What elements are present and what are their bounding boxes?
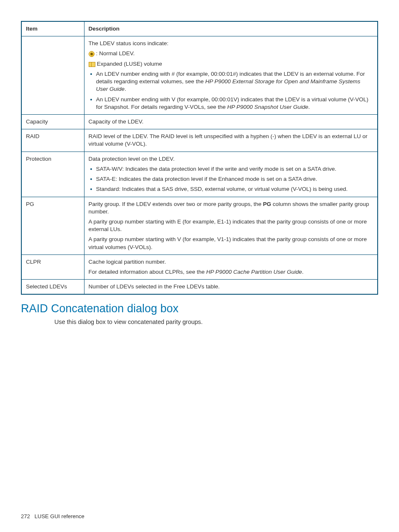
cell-desc-selected: Number of LDEVs selected in the Free LDE…	[84, 280, 378, 295]
list-item: Standard: Indicates that a SAS drive, SS…	[89, 185, 373, 193]
list-item: An LDEV number ending with # (for exampl…	[89, 70, 373, 93]
header-item: Item	[21, 21, 84, 36]
clpr-p1: Cache logical partition number.	[89, 258, 373, 266]
header-description: Description	[84, 21, 378, 36]
section-heading: RAID Concatenation dialog box	[21, 302, 378, 315]
table-row: Protection Data protection level on the …	[21, 152, 378, 197]
ldev-bullets: An LDEV number ending with # (for exampl…	[89, 70, 373, 111]
page-footer: 272 LUSE GUI reference	[21, 513, 84, 519]
cell-desc-pg: Parity group. If the LDEV extends over t…	[84, 197, 378, 254]
expanded-luse-icon	[89, 61, 95, 67]
table-row: The LDEV status icons indicate: : Normal…	[21, 36, 378, 115]
ldev-intro: The LDEV status icons indicate:	[89, 40, 373, 47]
table-row: CLPR Cache logical partition number. For…	[21, 254, 378, 279]
cell-item-protection: Protection	[21, 152, 84, 197]
pg-p3: A parity group number starting with V (f…	[89, 236, 373, 251]
cell-item-capacity: Capacity	[21, 114, 84, 129]
cell-item-raid: RAID	[21, 129, 84, 152]
items-table: Item Description The LDEV status icons i…	[21, 21, 378, 295]
table-row: Selected LDEVs Number of LDEVs selected …	[21, 280, 378, 295]
cell-item-pg: PG	[21, 197, 84, 254]
body-paragraph: Use this dialog box to view concatenated…	[54, 319, 378, 325]
table-header-row: Item Description	[21, 21, 378, 36]
table-row: PG Parity group. If the LDEV extends ove…	[21, 197, 378, 254]
table-row: Capacity Capacity of the LDEV.	[21, 114, 378, 129]
normal-ldev-icon	[89, 51, 95, 57]
protection-intro: Data protection level on the LDEV.	[89, 155, 373, 163]
table-row: RAID RAID level of the LDEV. The RAID le…	[21, 129, 378, 152]
cell-desc-raid: RAID level of the LDEV. The RAID level i…	[84, 129, 378, 152]
cell-desc-ldev: The LDEV status icons indicate: : Normal…	[84, 36, 378, 115]
list-item: An LDEV number ending with V (for exampl…	[89, 96, 373, 111]
ldev-normal-line: : Normal LDEV.	[89, 50, 373, 57]
page-number: 272	[21, 513, 30, 519]
protection-bullets: SATA-W/V: Indicates the data protection …	[89, 165, 373, 193]
cell-item-clpr: CLPR	[21, 254, 84, 279]
list-item: SATA-W/V: Indicates the data protection …	[89, 165, 373, 173]
ldev-normal-text: : Normal LDEV.	[96, 50, 135, 57]
list-item: SATA-E: Indicates the data protection le…	[89, 175, 373, 183]
ldev-expanded-line: Expanded (LUSE) volume	[89, 60, 373, 68]
cell-item-selected: Selected LDEVs	[21, 280, 84, 295]
cell-item-ldev	[21, 36, 84, 115]
footer-title: LUSE GUI reference	[35, 513, 84, 519]
pg-p1: Parity group. If the LDEV extends over t…	[89, 200, 373, 216]
cell-desc-clpr: Cache logical partition number. For deta…	[84, 254, 378, 279]
clpr-p2: For detailed information about CLPRs, se…	[89, 268, 373, 276]
cell-desc-protection: Data protection level on the LDEV. SATA-…	[84, 152, 378, 197]
cell-desc-capacity: Capacity of the LDEV.	[84, 114, 378, 129]
pg-p2: A parity group number starting with E (f…	[89, 218, 373, 233]
ldev-expanded-text: Expanded (LUSE) volume	[97, 60, 162, 68]
